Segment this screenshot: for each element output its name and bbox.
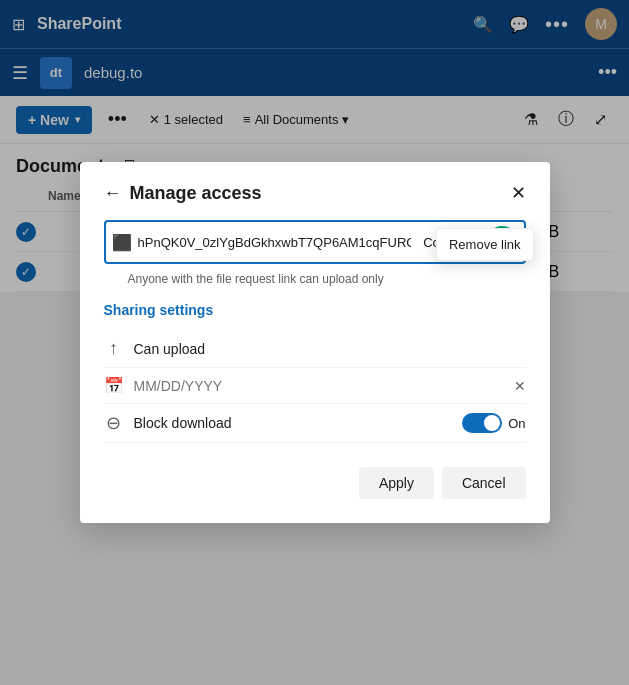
link-icon: ⬛	[112, 233, 132, 252]
block-icon: ⊖	[104, 412, 124, 434]
can-upload-label: Can upload	[134, 341, 526, 357]
modal-overlay: ← Manage access ✕ Remove link ⬛ Copy ✕ ↑…	[0, 0, 629, 685]
upload-icon: ↑	[104, 338, 124, 359]
block-download-toggle[interactable]: On	[462, 413, 525, 433]
date-clear-button[interactable]: ✕	[514, 378, 526, 394]
toggle-knob	[484, 415, 500, 431]
modal-footer: Apply Cancel	[104, 467, 526, 499]
toggle-label: On	[508, 416, 525, 431]
manage-access-modal: ← Manage access ✕ Remove link ⬛ Copy ✕ ↑…	[80, 162, 550, 523]
apply-button[interactable]: Apply	[359, 467, 434, 499]
block-download-row: ⊖ Block download On	[104, 404, 526, 443]
toggle-switch[interactable]	[462, 413, 502, 433]
cancel-button[interactable]: Cancel	[442, 467, 526, 499]
link-input[interactable]	[138, 235, 412, 250]
date-input[interactable]	[134, 378, 504, 394]
link-description: Anyone with the file request link can up…	[128, 272, 526, 286]
can-upload-row: ↑ Can upload	[104, 330, 526, 368]
close-button[interactable]: ✕	[511, 182, 526, 204]
back-button[interactable]: ←	[104, 183, 122, 204]
block-download-label: Block download	[134, 415, 453, 431]
calendar-icon: 📅	[104, 376, 124, 395]
remove-link-tooltip[interactable]: Remove link	[436, 228, 534, 261]
date-row: 📅 ✕	[104, 368, 526, 404]
modal-header: ← Manage access ✕ Remove link	[104, 182, 526, 204]
modal-title: Manage access	[130, 183, 511, 204]
sharing-settings-label: Sharing settings	[104, 302, 526, 318]
